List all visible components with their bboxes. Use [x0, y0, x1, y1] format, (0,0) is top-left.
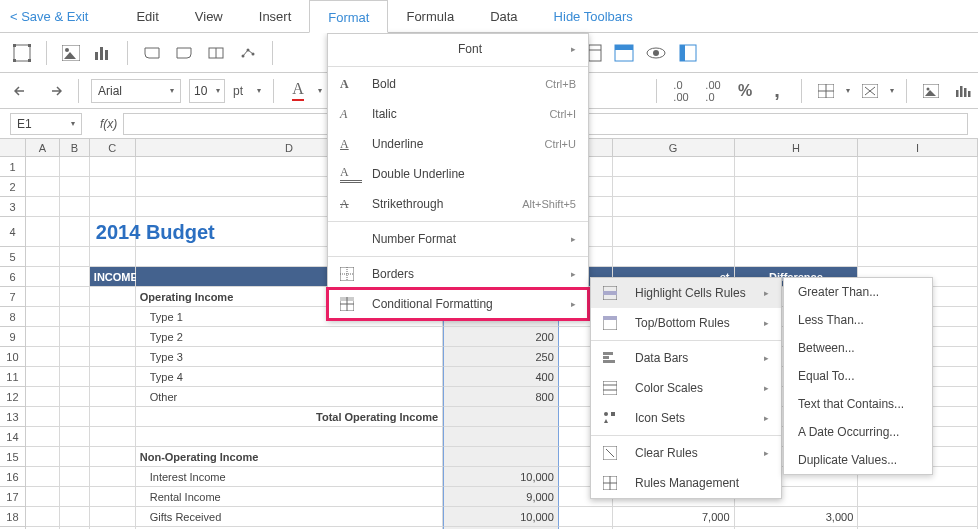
cell[interactable]: Interest Income — [136, 467, 443, 487]
col-header[interactable]: G — [613, 139, 735, 157]
row-header[interactable]: 6 — [0, 267, 26, 287]
freeze-col-icon[interactable] — [612, 41, 636, 65]
cell[interactable] — [26, 217, 60, 247]
menu-hide-toolbars[interactable]: Hide Toolbars — [536, 0, 651, 33]
cell[interactable] — [60, 467, 90, 487]
cell[interactable] — [60, 327, 90, 347]
cell[interactable]: 9,000 — [443, 487, 559, 507]
col-header[interactable]: C — [90, 139, 136, 157]
cf-clear-rules[interactable]: Clear Rules▸ — [591, 438, 781, 468]
cell[interactable] — [60, 507, 90, 527]
insert-table-icon[interactable] — [814, 79, 838, 103]
cell-reference-select[interactable]: E1▾ — [10, 113, 82, 135]
cell[interactable]: Gifts Received — [136, 507, 443, 527]
hl-less-than[interactable]: Less Than... — [784, 306, 932, 334]
menu-data[interactable]: Data — [472, 0, 535, 33]
row-header[interactable]: 10 — [0, 347, 26, 367]
chart-icon[interactable] — [91, 41, 115, 65]
cell[interactable]: 10,000 — [443, 467, 559, 487]
cell[interactable]: 250 — [443, 347, 559, 367]
menu-view[interactable]: View — [177, 0, 241, 33]
cell[interactable] — [26, 247, 60, 267]
hl-greater-than[interactable]: Greater Than... — [784, 278, 932, 306]
cell[interactable]: 2014 Budget — [90, 217, 136, 247]
cell[interactable] — [26, 347, 60, 367]
cell[interactable] — [613, 177, 735, 197]
select-all-icon[interactable] — [10, 41, 34, 65]
font-size-select[interactable]: 10▾ — [189, 79, 225, 103]
cell[interactable] — [136, 427, 443, 447]
font-family-select[interactable]: Arial▾ — [91, 79, 181, 103]
cell[interactable] — [90, 387, 136, 407]
cell[interactable] — [26, 267, 60, 287]
cell[interactable] — [90, 327, 136, 347]
cf-highlight-rules[interactable]: Highlight Cells Rules▸ — [591, 278, 781, 308]
cell[interactable] — [60, 367, 90, 387]
row-header[interactable]: 11 — [0, 367, 26, 387]
cell[interactable] — [443, 407, 559, 427]
row-header[interactable]: 9 — [0, 327, 26, 347]
cell[interactable] — [559, 507, 613, 527]
cell[interactable] — [26, 367, 60, 387]
menu-format[interactable]: Format — [309, 0, 388, 33]
col-header[interactable]: H — [735, 139, 859, 157]
row-header[interactable]: 8 — [0, 307, 26, 327]
view-icon[interactable] — [644, 41, 668, 65]
cell[interactable] — [90, 157, 136, 177]
row-header[interactable]: 3 — [0, 197, 26, 217]
cell[interactable] — [735, 217, 859, 247]
row-header[interactable]: 17 — [0, 487, 26, 507]
image2-icon[interactable] — [919, 79, 943, 103]
cell[interactable] — [26, 427, 60, 447]
cell[interactable] — [858, 177, 978, 197]
hl-duplicate-values[interactable]: Duplicate Values... — [784, 446, 932, 474]
cell[interactable] — [613, 217, 735, 247]
cell[interactable] — [60, 307, 90, 327]
percent-icon[interactable]: % — [733, 79, 757, 103]
cell[interactable]: INCOME — [90, 267, 136, 287]
hl-text-contains[interactable]: Text that Contains... — [784, 390, 932, 418]
select-all-corner[interactable] — [0, 139, 26, 157]
cell[interactable] — [858, 487, 978, 507]
cell[interactable] — [858, 217, 978, 247]
cell[interactable] — [735, 247, 859, 267]
cf-rules-management[interactable]: Rules Management — [591, 468, 781, 498]
cell[interactable] — [60, 267, 90, 287]
cell[interactable] — [60, 487, 90, 507]
cell[interactable] — [443, 447, 559, 467]
cell[interactable]: Type 3 — [136, 347, 443, 367]
row-header[interactable]: 14 — [0, 427, 26, 447]
save-exit-button[interactable]: < Save & Exit — [10, 9, 88, 24]
cf-icon-sets[interactable]: Icon Sets▸ — [591, 403, 781, 433]
cell[interactable]: Rental Income — [136, 487, 443, 507]
col-header[interactable]: I — [858, 139, 978, 157]
hl-date-occurring[interactable]: A Date Occurring... — [784, 418, 932, 446]
cell[interactable] — [26, 507, 60, 527]
menu-double-underline[interactable]: ADouble Underline — [328, 159, 588, 189]
cell[interactable] — [26, 157, 60, 177]
cell[interactable]: 3,000 — [735, 507, 859, 527]
cell[interactable] — [60, 447, 90, 467]
cell[interactable] — [90, 367, 136, 387]
cell[interactable] — [26, 307, 60, 327]
cell[interactable] — [60, 387, 90, 407]
cell[interactable] — [90, 427, 136, 447]
menu-font[interactable]: Font▸ — [328, 34, 588, 64]
cell[interactable] — [90, 407, 136, 427]
merge-left-icon[interactable] — [140, 41, 164, 65]
row-header[interactable]: 4 — [0, 217, 26, 247]
hl-equal-to[interactable]: Equal To... — [784, 362, 932, 390]
cell[interactable] — [60, 217, 90, 247]
cell[interactable] — [90, 467, 136, 487]
hl-between[interactable]: Between... — [784, 334, 932, 362]
cell[interactable] — [735, 157, 859, 177]
col-header[interactable]: B — [60, 139, 90, 157]
cell[interactable] — [26, 487, 60, 507]
cell[interactable] — [858, 507, 978, 527]
delete-table-icon[interactable] — [858, 79, 882, 103]
cell[interactable] — [26, 197, 60, 217]
image-icon[interactable] — [59, 41, 83, 65]
cell[interactable] — [60, 247, 90, 267]
cell[interactable] — [90, 507, 136, 527]
cell[interactable] — [735, 197, 859, 217]
